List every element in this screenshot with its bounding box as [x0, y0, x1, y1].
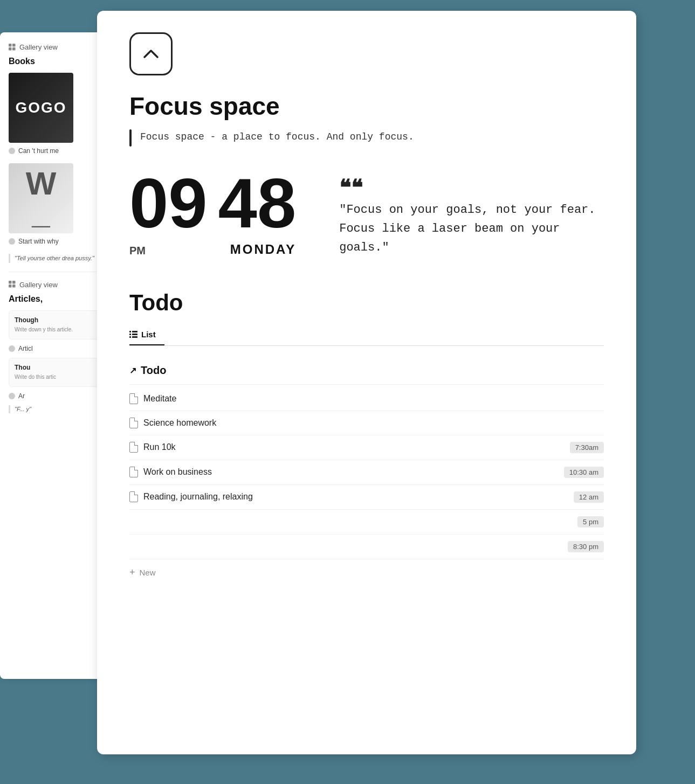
description-block: Focus space - a place to focus. And only… [129, 129, 604, 147]
svg-rect-9 [132, 331, 137, 332]
todo-item-left-science: Science homework [129, 418, 216, 428]
book-cover-1: GOGO [9, 73, 73, 143]
todo-item-extra1[interactable]: 5 pm [129, 510, 604, 535]
description-bar [129, 129, 132, 147]
clock-minutes: 48 [218, 168, 297, 238]
plus-icon: + [129, 567, 135, 578]
clock-hours: 09 [129, 168, 208, 238]
article1-label: Articl [18, 345, 33, 352]
quote-section: ❝❝ "Focus on your goals, not your fear. … [339, 168, 604, 258]
book1-cover-text: GOGO [15, 99, 66, 116]
doc-icon-meditate [129, 393, 138, 404]
todo-item-name-meditate: Meditate [143, 394, 176, 404]
time-digits: 09 48 [129, 168, 296, 238]
book-cover-2: W_ [9, 163, 73, 233]
todo-item-name-run: Run 10k [143, 442, 176, 452]
todo-time-reading: 12 am [574, 491, 604, 503]
svg-rect-7 [12, 285, 16, 288]
description-text: Focus space - a place to focus. And only… [140, 129, 414, 145]
svg-rect-11 [132, 334, 137, 335]
book1-dot [9, 148, 15, 154]
todo-section: Todo List ↗ Todo [129, 290, 604, 586]
grid-icon [9, 44, 16, 51]
clock-display: 09 48 PM MONDAY [129, 168, 296, 257]
page-title: Focus space [129, 92, 604, 121]
todo-title: Todo [129, 290, 604, 316]
book2-label: Start with why [18, 238, 59, 245]
chevron-up-icon [141, 44, 161, 64]
focus-icon-wrapper [129, 32, 173, 75]
todo-item-extra2[interactable]: 8:30 pm [129, 535, 604, 559]
todo-item-left-work: Work on business [129, 467, 212, 477]
todo-item-left-meditate: Meditate [129, 393, 176, 404]
svg-rect-4 [9, 281, 12, 284]
main-focus-panel: Focus space Focus space - a place to foc… [97, 11, 636, 754]
svg-rect-13 [132, 336, 137, 338]
book1-label: Can 't hurt me [18, 147, 59, 155]
svg-rect-10 [129, 334, 131, 335]
book2-dot [9, 238, 15, 245]
new-item-label: New [140, 568, 156, 577]
svg-rect-5 [12, 281, 16, 284]
todo-item-left-reading: Reading, journaling, relaxing [129, 491, 253, 502]
clock-day: MONDAY [230, 242, 296, 257]
svg-rect-8 [129, 331, 131, 332]
article2-dot [9, 393, 15, 399]
clock-period: PM [129, 245, 146, 257]
todo-item-work[interactable]: Work on business 10:30 am [129, 460, 604, 485]
svg-rect-2 [9, 47, 12, 51]
todo-time-work: 10:30 am [564, 467, 604, 478]
todo-item-reading[interactable]: Reading, journaling, relaxing 12 am [129, 485, 604, 510]
todo-header-label: Todo [141, 364, 166, 377]
todo-list-header: ↗ Todo [129, 357, 604, 385]
tab-bar: List [129, 324, 604, 346]
todo-item-science[interactable]: Science homework [129, 411, 604, 435]
doc-icon-science [129, 418, 138, 428]
tab-list-label: List [141, 330, 156, 339]
article1-dot [9, 345, 15, 352]
doc-icon-work [129, 467, 138, 477]
todo-item-name-science: Science homework [143, 418, 216, 428]
clock-section: 09 48 PM MONDAY ❝❝ "Focus on your goals,… [129, 168, 604, 258]
book2-cover-text: W_ [26, 169, 57, 227]
svg-rect-1 [12, 44, 16, 47]
doc-icon-reading [129, 491, 138, 502]
svg-rect-3 [12, 47, 16, 51]
book-card-2[interactable]: W_ [9, 163, 73, 233]
svg-rect-0 [9, 44, 12, 47]
gallery-view-label: Gallery view [19, 43, 58, 51]
arrow-icon: ↗ [129, 365, 136, 376]
todo-time-extra2: 8:30 pm [568, 541, 604, 552]
doc-icon-run [129, 442, 138, 453]
grid-icon-2 [9, 281, 16, 288]
new-item-row[interactable]: + New [129, 559, 604, 586]
quote-text: "Focus on your goals, not your fear. Foc… [339, 200, 604, 258]
todo-time-extra1: 5 pm [577, 516, 604, 528]
tab-list[interactable]: List [129, 324, 164, 345]
book-card-1[interactable]: GOGO [9, 73, 73, 143]
article2-label: Ar [18, 392, 25, 400]
quote-mark-icon: ❝❝ [339, 179, 604, 196]
todo-time-run: 7:30am [570, 442, 604, 453]
list-icon [129, 330, 138, 338]
todo-item-name-work: Work on business [143, 467, 212, 477]
gallery-view-label-2: Gallery view [19, 281, 58, 289]
todo-item-run[interactable]: Run 10k 7:30am [129, 435, 604, 460]
svg-rect-12 [129, 336, 131, 338]
todo-item-name-reading: Reading, journaling, relaxing [143, 492, 253, 502]
svg-rect-6 [9, 285, 12, 288]
todo-item-left-run: Run 10k [129, 442, 176, 453]
todo-item-meditate[interactable]: Meditate [129, 387, 604, 411]
